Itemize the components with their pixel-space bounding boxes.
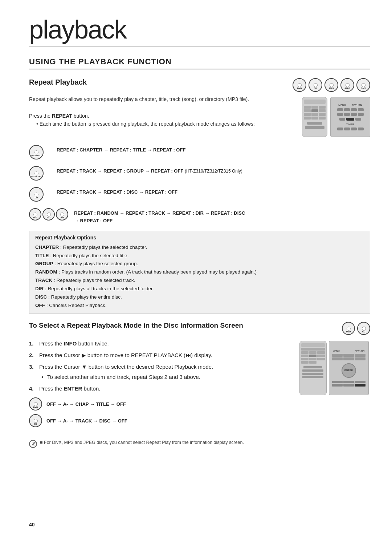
- enter-button-visual: ENTER: [342, 363, 356, 378]
- to-select-section: To Select a Repeat Playback Mode in the …: [29, 321, 370, 427]
- cursor-remote-image: [299, 341, 327, 395]
- bullet-text: • Each time the button is pressed during…: [36, 120, 295, 128]
- dvd-video-disc: DVD/VIDEO: [29, 145, 44, 159]
- press-text: Press the REPEAT button.: [29, 113, 295, 119]
- dvd-audio-flow: REPEAT : TRACK → REPEAT : GROUP → REPEAT…: [57, 165, 242, 175]
- remote-images-area: MENU RETURN TIMER: [302, 96, 370, 137]
- flow-dvd-text: OFF → A- → CHAP → TITLE → OFF: [46, 401, 126, 407]
- option-group: GROUP : Repeatedly plays the selected gr…: [35, 260, 364, 268]
- divx-disc-entry: DivX: [56, 208, 68, 221]
- footnote-content: ■ For DivX, MP3 and JPEG discs, you cann…: [40, 440, 244, 445]
- step-3-bullet: • To select another album and track, rep…: [41, 373, 290, 381]
- repeat-entry-dvd-audio: DVD/AUDIO REPEAT : TRACK → REPEAT : GROU…: [29, 165, 370, 181]
- press-bold: REPEAT: [52, 113, 72, 119]
- repeat-entry-mp3-jpeg-divx: MP3 JPEG DivX REPEAT : RANDOM → REPEAT :…: [29, 207, 370, 225]
- flow-dvd-icon: DVD: [29, 397, 42, 410]
- divx-disc-icon: DivX: [356, 78, 370, 92]
- cd-disc-entry: CD: [29, 187, 44, 202]
- dvd-disc-icon: DVD: [293, 78, 306, 92]
- option-track: TRACK : Repeatedly plays the selected tr…: [35, 276, 364, 285]
- options-list: CHAPTER : Repeatedly plays the selected …: [35, 243, 364, 310]
- to-select-header: To Select a Repeat Playback Mode in the …: [29, 321, 370, 335]
- page-number: 40: [29, 522, 35, 527]
- jpeg-disc-icon: JPEG: [340, 78, 354, 92]
- options-box-title: Repeat Playback Options: [35, 235, 364, 240]
- cd-icon-col: CD: [29, 186, 51, 202]
- step-2: 2. Press the Cursor ▶ button to move to …: [29, 351, 290, 360]
- to-select-steps-area: 1. Press the INFO button twice. 2. Press…: [29, 339, 290, 427]
- flow-dvd: DVD OFF → A- → CHAP → TITLE → OFF: [29, 397, 290, 410]
- repeat-entry-cd: CD REPEAT : TRACK → REPEAT : DISC → REPE…: [29, 186, 370, 202]
- panel-remote-image: MENU RETURN TIMER: [330, 97, 370, 137]
- step-3: 3. Press the Cursor ▼ button to select t…: [29, 363, 290, 381]
- dvd-video-flow: REPEAT : CHAPTER → REPEAT : TITLE → REPE…: [57, 144, 185, 154]
- flow-cd: CD OFF → A- → TRACK → DISC → OFF: [29, 414, 290, 427]
- option-off: OFF : Cancels Repeat Playback.: [35, 302, 364, 310]
- page-title: playback: [29, 15, 370, 47]
- to-select-disc-icons: DVD CD: [342, 321, 370, 335]
- note-icon: ℤ: [29, 440, 37, 448]
- options-box: Repeat Playback Options CHAPTER : Repeat…: [29, 231, 370, 314]
- option-chapter: CHAPTER : Repeatedly plays the selected …: [35, 243, 364, 252]
- flow-cd-text: OFF → A- → TRACK → DISC → OFF: [46, 418, 127, 424]
- footnote: ℤ ■ For DivX, MP3 and JPEG discs, you ca…: [29, 436, 370, 448]
- dvd-audio-icon-col: DVD/AUDIO: [29, 165, 51, 181]
- flow-section: DVD OFF → A- → CHAP → TITLE → OFF CD OFF…: [29, 397, 290, 427]
- mp3-disc-icon: MP3: [324, 78, 338, 92]
- cd-disc-icon: CD: [309, 78, 322, 92]
- mp3-disc-entry: MP3: [29, 208, 41, 221]
- jpeg-disc-entry: JPEG: [42, 208, 55, 221]
- to-select-remote-images: MENURETURN ENTER: [298, 339, 370, 427]
- option-dir: DIR : Repeatedly plays all tracks in the…: [35, 285, 364, 293]
- intro-text: Repeat playback allows you to repeatedly…: [29, 96, 295, 103]
- to-select-title: To Select a Repeat Playback Mode in the …: [29, 321, 243, 330]
- dvd-audio-disc: DVD/AUDIO: [29, 166, 44, 181]
- section-title: USING THE PLAYBACK FUNCTION: [29, 57, 370, 69]
- dvd-video-icon-col: DVD/VIDEO: [29, 144, 51, 159]
- multi-icon-col: MP3 JPEG DivX: [29, 207, 68, 221]
- repeat-playback-header: Repeat Playback DVD CD MP3 JPEG DivX: [29, 78, 370, 92]
- mp3-jpeg-divx-flow: REPEAT : RANDOM → REPEAT : TRACK → REPEA…: [74, 207, 245, 225]
- panel-remote-2: MENURETURN ENTER: [329, 341, 369, 395]
- option-disc: DISC : Repeatedly plays the entire disc.: [35, 293, 364, 302]
- flow-cd-icon: CD: [29, 414, 42, 427]
- to-select-cd-icon: CD: [357, 322, 370, 335]
- cd-flow: REPEAT : TRACK → REPEAT : DISC → REPEAT …: [57, 186, 177, 196]
- disc-icons-row: DVD CD MP3 JPEG DivX: [293, 78, 370, 92]
- step-1: 1. Press the INFO button twice.: [29, 339, 290, 348]
- to-select-content: 1. Press the INFO button twice. 2. Press…: [29, 339, 370, 427]
- repeat-entry-dvd-video: DVD/VIDEO REPEAT : CHAPTER → REPEAT : TI…: [29, 144, 370, 159]
- step-4: 4. Press the ENTER button.: [29, 384, 290, 393]
- to-select-dvd-icon: DVD: [342, 322, 355, 335]
- option-title: TITLE : Repeatedly plays the selected ti…: [35, 252, 364, 260]
- subsection-title: Repeat Playback: [29, 78, 87, 86]
- small-remote-image: [302, 97, 327, 137]
- option-random: RANDOM : Plays tracks in random order. (…: [35, 268, 364, 276]
- repeat-entries-area: DVD/VIDEO REPEAT : CHAPTER → REPEAT : TI…: [29, 144, 370, 225]
